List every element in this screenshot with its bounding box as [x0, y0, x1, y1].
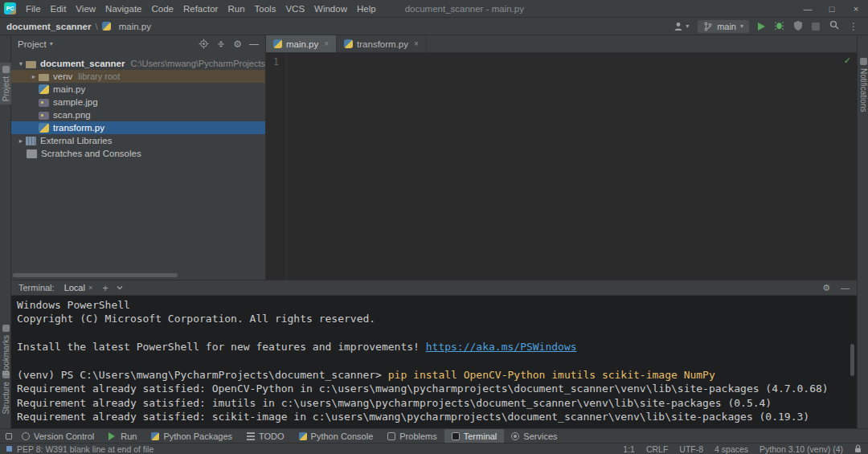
terminal-line: Requirement already satisfied: OpenCV-Py…: [17, 382, 851, 395]
gutter-divider: [286, 53, 287, 280]
status-widget[interactable]: 4 spaces: [714, 444, 748, 454]
close-icon[interactable]: ×: [414, 39, 419, 48]
editor-body[interactable]: 1 ✓: [266, 53, 857, 280]
close-icon[interactable]: ×: [88, 284, 92, 292]
menu-item[interactable]: VCS: [280, 4, 309, 14]
tool-window-button[interactable]: Terminal: [444, 429, 505, 443]
tree-chevron-icon[interactable]: ▸: [16, 137, 26, 145]
lock-icon[interactable]: [854, 444, 862, 453]
menu-item[interactable]: Run: [223, 4, 249, 14]
close-icon[interactable]: ×: [324, 39, 329, 48]
run-button[interactable]: [758, 22, 765, 31]
tool-window-button[interactable]: Problems: [380, 429, 444, 443]
horizontal-scrollbar[interactable]: [13, 273, 178, 277]
status-widget[interactable]: 1:1: [623, 444, 635, 454]
stripe-label-structure: Structure: [2, 382, 10, 415]
editor-area: main.py × transform.py × 1: [266, 35, 857, 280]
line-number: 1: [273, 56, 279, 67]
editor-tab[interactable]: main.py ×: [266, 35, 337, 52]
tree-row[interactable]: Scratches and Consoles: [11, 147, 265, 160]
terminal-line: [17, 326, 851, 340]
breadcrumb-file[interactable]: main.py: [119, 22, 151, 31]
stop-button[interactable]: [812, 22, 820, 31]
tree-row[interactable]: sample.jpg: [11, 96, 265, 108]
status-left: PEP 8: W391 blank line at end of file: [6, 444, 154, 454]
tool-window-button[interactable]: Version Control: [14, 429, 101, 443]
right-tool-stripe: Notifications: [857, 35, 868, 428]
toolbar-right: ▾ main ▾ ⋮: [673, 19, 868, 33]
stripe-tab-project[interactable]: Project: [0, 63, 11, 104]
tree-chevron-icon[interactable]: ▸: [29, 72, 39, 80]
status-widget[interactable]: CRLF: [646, 444, 668, 454]
terminal-link[interactable]: https://aka.ms/PSWindows: [426, 341, 577, 353]
menu-item[interactable]: File: [21, 4, 46, 14]
menu-item[interactable]: Tools: [250, 4, 281, 14]
tree-row[interactable]: scan.png: [11, 108, 265, 121]
tool-windows-icon[interactable]: [3, 429, 14, 443]
chevron-down-icon: ▾: [686, 22, 689, 30]
tool-window-button[interactable]: Run: [101, 429, 144, 443]
git-branch-selector[interactable]: main ▾: [698, 20, 749, 33]
editor-tabs: main.py × transform.py ×: [266, 35, 857, 53]
menu-bar: FileEditViewNavigateCodeRefactorRunTools…: [21, 0, 381, 17]
tool-window-button[interactable]: TODO: [240, 429, 292, 443]
hide-panel-icon[interactable]: —: [249, 39, 259, 50]
image-icon: [39, 99, 49, 107]
status-widgets: 1:1CRLFUTF-84 spacesPython 3.10 (venv) (…: [623, 444, 843, 454]
debug-button[interactable]: [774, 20, 784, 33]
stripe-tab-structure[interactable]: Structure: [0, 368, 11, 418]
python-file-icon: [102, 22, 111, 31]
more-options-icon[interactable]: ⋮: [849, 21, 858, 32]
editor-row: Project ▾ ⚙ —: [11, 35, 857, 280]
hide-panel-icon[interactable]: —: [841, 283, 850, 292]
stripe-tab-notifications[interactable]: Notifications: [858, 55, 868, 115]
minimize-icon[interactable]: —: [796, 0, 820, 17]
chevron-down-icon[interactable]: ▾: [50, 40, 53, 47]
close-icon[interactable]: ×: [844, 0, 868, 17]
menu-item[interactable]: Refactor: [178, 4, 223, 14]
run-coverage-button[interactable]: [793, 20, 803, 33]
collapse-all-icon[interactable]: [216, 39, 226, 49]
tool-window-button[interactable]: Python Console: [292, 429, 381, 443]
terminal-text: Requirement already satisfied: OpenCV-Py…: [17, 382, 829, 395]
inspection-indicator-icon[interactable]: [6, 446, 12, 452]
tree-row[interactable]: transform.py: [11, 121, 265, 134]
chevron-down-icon[interactable]: [116, 284, 124, 292]
menu-item[interactable]: Help: [352, 4, 381, 14]
menu-item[interactable]: Edit: [46, 4, 72, 14]
chevron-down-icon: ▾: [740, 22, 743, 30]
inspections-ok-icon[interactable]: ✓: [844, 55, 851, 66]
folder-icon: [39, 74, 49, 81]
settings-gear-icon[interactable]: ⚙: [822, 283, 830, 293]
terminal-output[interactable]: Windows PowerShellCopyright (C) Microsof…: [11, 296, 857, 428]
editor-tab[interactable]: transform.py ×: [337, 35, 427, 52]
vertical-scrollbar[interactable]: [850, 344, 854, 376]
terminal-tool-window: Terminal: Local × + ⚙ — Wi: [11, 280, 857, 428]
user-profile-icon[interactable]: ▾: [673, 21, 689, 32]
tree-row[interactable]: ▾ document_scanner C:\Users\mwang\Pychar…: [11, 57, 265, 70]
tool-window-button[interactable]: Services: [504, 429, 564, 443]
menu-item[interactable]: Navigate: [100, 4, 146, 14]
locate-file-icon[interactable]: [199, 39, 209, 49]
main-area: Project Bookmarks Structure Project ▾: [0, 35, 868, 428]
project-panel-title[interactable]: Project: [18, 39, 47, 49]
project-tool-window: Project ▾ ⚙ —: [11, 35, 266, 280]
run-icon: [108, 432, 117, 440]
new-session-icon[interactable]: +: [102, 282, 108, 294]
status-widget[interactable]: UTF-8: [679, 444, 703, 454]
menu-item[interactable]: Window: [309, 4, 352, 14]
tree-chevron-icon[interactable]: ▾: [16, 59, 26, 67]
tree-row[interactable]: main.py: [11, 83, 265, 96]
menu-item[interactable]: Code: [146, 4, 178, 14]
settings-gear-icon[interactable]: ⚙: [233, 39, 242, 50]
breadcrumb-project[interactable]: document_scanner: [6, 22, 91, 31]
terminal-line: (venv) PS C:\Users\mwang\PycharmProjects…: [17, 368, 851, 382]
tree-row[interactable]: ▸ venv library root: [11, 70, 265, 83]
search-everywhere-icon[interactable]: [829, 19, 840, 33]
maximize-icon[interactable]: □: [820, 0, 844, 17]
terminal-tab-local[interactable]: Local ×: [62, 283, 96, 292]
tree-row[interactable]: ▸ External Libraries: [11, 134, 265, 147]
menu-item[interactable]: View: [71, 4, 100, 14]
tool-window-button[interactable]: Python Packages: [144, 429, 240, 443]
status-widget[interactable]: Python 3.10 (venv) (4): [760, 444, 843, 454]
